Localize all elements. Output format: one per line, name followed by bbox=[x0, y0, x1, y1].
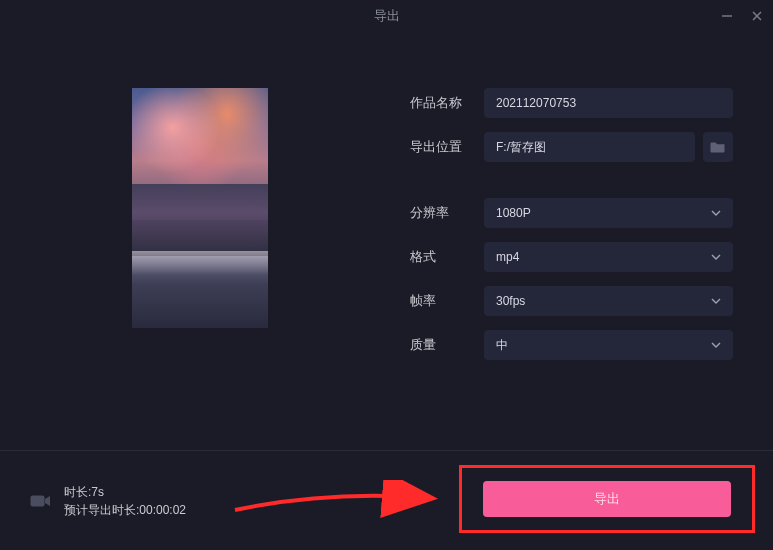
camera-icon bbox=[30, 493, 52, 509]
fps-label: 帧率 bbox=[410, 292, 484, 310]
quality-value: 中 bbox=[496, 337, 508, 354]
export-form: 作品名称 导出位置 分辨率 1080P 格式 bbox=[410, 82, 743, 374]
chevron-down-icon bbox=[711, 252, 721, 262]
row-resolution: 分辨率 1080P bbox=[410, 198, 733, 228]
resolution-select[interactable]: 1080P bbox=[484, 198, 733, 228]
titlebar: 导出 bbox=[0, 0, 773, 32]
fps-value: 30fps bbox=[496, 294, 525, 308]
resolution-value: 1080P bbox=[496, 206, 531, 220]
duration-text: 时长:7s bbox=[64, 483, 186, 501]
row-fps: 帧率 30fps bbox=[410, 286, 733, 316]
footer: 时长:7s 预计导出时长:00:00:02 导出 bbox=[0, 450, 773, 550]
export-button-label: 导出 bbox=[594, 490, 620, 508]
chevron-down-icon bbox=[711, 296, 721, 306]
minimize-button[interactable] bbox=[719, 8, 735, 24]
path-field[interactable] bbox=[496, 140, 683, 154]
row-format: 格式 mp4 bbox=[410, 242, 733, 272]
format-label: 格式 bbox=[410, 248, 484, 266]
row-path: 导出位置 bbox=[410, 132, 733, 162]
name-field[interactable] bbox=[496, 96, 721, 110]
window-controls bbox=[719, 0, 765, 32]
quality-select[interactable]: 中 bbox=[484, 330, 733, 360]
video-preview bbox=[132, 88, 268, 328]
fps-select[interactable]: 30fps bbox=[484, 286, 733, 316]
close-icon bbox=[751, 10, 763, 22]
minimize-icon bbox=[721, 10, 733, 22]
preview-column bbox=[30, 82, 370, 374]
close-button[interactable] bbox=[749, 8, 765, 24]
resolution-label: 分辨率 bbox=[410, 204, 484, 222]
annotation-arrow bbox=[230, 480, 440, 520]
svg-rect-3 bbox=[31, 495, 45, 506]
path-label: 导出位置 bbox=[410, 138, 484, 156]
footer-info: 时长:7s 预计导出时长:00:00:02 bbox=[30, 483, 186, 519]
export-highlight-box: 导出 bbox=[459, 465, 755, 533]
browse-folder-button[interactable] bbox=[703, 132, 733, 162]
quality-label: 质量 bbox=[410, 336, 484, 354]
name-input[interactable] bbox=[484, 88, 733, 118]
content-area: 作品名称 导出位置 分辨率 1080P 格式 bbox=[0, 32, 773, 374]
chevron-down-icon bbox=[711, 208, 721, 218]
path-input[interactable] bbox=[484, 132, 695, 162]
name-label: 作品名称 bbox=[410, 94, 484, 112]
row-name: 作品名称 bbox=[410, 88, 733, 118]
row-quality: 质量 中 bbox=[410, 330, 733, 360]
eta-text: 预计导出时长:00:00:02 bbox=[64, 501, 186, 519]
format-select[interactable]: mp4 bbox=[484, 242, 733, 272]
folder-icon bbox=[710, 139, 726, 155]
format-value: mp4 bbox=[496, 250, 519, 264]
chevron-down-icon bbox=[711, 340, 721, 350]
export-button[interactable]: 导出 bbox=[483, 481, 731, 517]
window-title: 导出 bbox=[374, 7, 400, 25]
duration-block: 时长:7s 预计导出时长:00:00:02 bbox=[64, 483, 186, 519]
